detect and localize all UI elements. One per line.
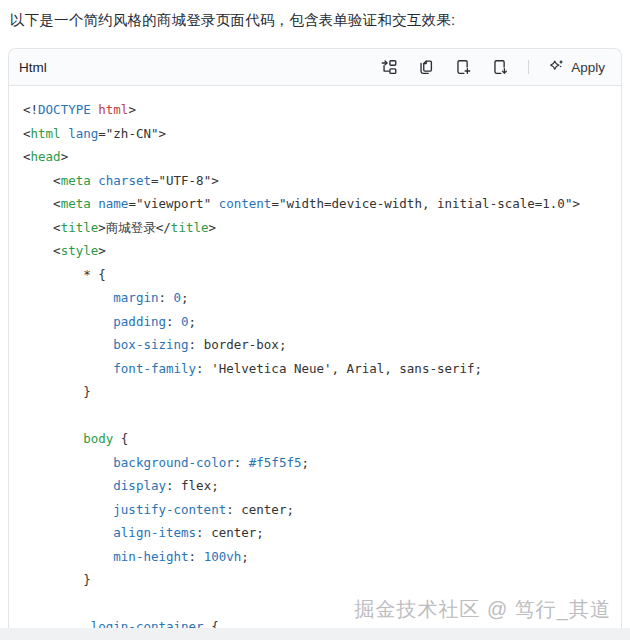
insert-code-button[interactable] — [380, 58, 398, 76]
code-line: justify-content: center; — [23, 498, 607, 522]
code-block: Html — [8, 48, 622, 640]
code-line: <meta name="viewport" content="width=dev… — [23, 192, 607, 216]
insert-outline-icon — [380, 58, 398, 76]
code-line: min-height: 100vh; — [23, 545, 607, 569]
intro-text: 以下是一个简约风格的商城登录页面代码，包含表单验证和交互效果: — [10, 10, 622, 30]
download-file-button[interactable] — [491, 58, 509, 76]
file-download-icon — [491, 58, 509, 76]
code-line — [23, 404, 607, 428]
copy-icon — [417, 58, 435, 76]
code-line: box-sizing: border-box; — [23, 333, 607, 357]
code-line: } — [23, 380, 607, 404]
watermark-text: 掘金技术社区 @ 笃行_其道 — [354, 596, 611, 623]
code-line: <!DOCTYPE html> — [23, 98, 607, 122]
sparkles-icon — [548, 58, 566, 76]
code-line: padding: 0; — [23, 310, 607, 334]
toolbar-divider — [528, 60, 529, 74]
code-line: <style> — [23, 239, 607, 263]
code-text: <!DOCTYPE html><html lang="zh-CN"><head>… — [9, 86, 621, 639]
code-content: <!DOCTYPE html><html lang="zh-CN"><head>… — [9, 86, 621, 639]
copy-code-button[interactable] — [417, 58, 435, 76]
code-line: <html lang="zh-CN"> — [23, 122, 607, 146]
file-plus-icon — [454, 58, 472, 76]
code-line: align-items: center; — [23, 521, 607, 545]
apply-button-label: Apply — [571, 60, 605, 75]
apply-button[interactable]: Apply — [548, 58, 605, 76]
chat-response-page: 以下是一个简约风格的商城登录页面代码，包含表单验证和交互效果: Html — [0, 0, 630, 640]
code-line: } — [23, 568, 607, 592]
code-line: * { — [23, 263, 607, 287]
code-line: <head> — [23, 145, 607, 169]
code-line: <meta charset="UTF-8"> — [23, 169, 607, 193]
code-line: <title>商城登录</title> — [23, 216, 607, 240]
create-file-button[interactable] — [454, 58, 472, 76]
code-line: display: flex; — [23, 474, 607, 498]
code-line: margin: 0; — [23, 286, 607, 310]
code-toolbar: Apply — [380, 58, 605, 76]
code-line: background-color: #f5f5f5; — [23, 451, 607, 475]
code-block-header: Html — [9, 49, 621, 86]
code-line: font-family: 'Helvetica Neue', Arial, sa… — [23, 357, 607, 381]
language-label: Html — [19, 60, 47, 75]
bottom-strip — [0, 628, 630, 640]
code-line: body { — [23, 427, 607, 451]
